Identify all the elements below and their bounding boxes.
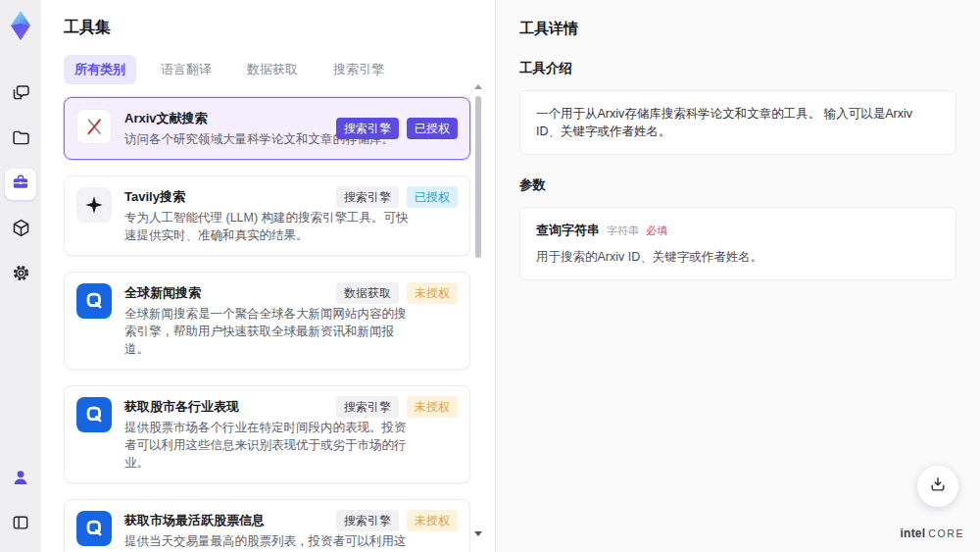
page-title: 工具集 xyxy=(64,18,495,38)
tool-list-pane: 工具集 所有类别 语言翻译 数据获取 搜索引擎 Arxiv文献搜索 访问各个研究… xyxy=(41,0,495,552)
sidebar-item-packages[interactable] xyxy=(5,214,36,245)
news-q-icon xyxy=(76,511,112,546)
intro-heading: 工具介绍 xyxy=(519,60,956,77)
core-wordmark: CORE xyxy=(928,527,964,539)
scroll-down-arrow-icon[interactable] xyxy=(474,531,482,536)
tool-card-most-active-stocks[interactable]: 获取市场最活跃股票信息 提供当天交易量最高的股票列表，投资者可以利用这些信息来识… xyxy=(64,499,470,552)
sidebar-item-collapse[interactable] xyxy=(5,509,36,540)
briefcase-icon xyxy=(11,173,30,196)
auth-status-badge: 未授权 xyxy=(407,396,458,418)
sidebar-item-settings[interactable] xyxy=(5,259,36,290)
news-q-icon xyxy=(76,283,112,319)
param-type: 字符串 xyxy=(607,224,639,238)
category-badge: 搜索引擎 xyxy=(336,186,399,208)
category-badge: 搜索引擎 xyxy=(336,396,399,418)
auth-status-badge: 已授权 xyxy=(407,118,458,139)
gear-icon xyxy=(11,263,31,287)
intel-wordmark: intel xyxy=(901,527,926,540)
news-q-icon xyxy=(76,397,112,432)
panel-toggle-icon xyxy=(11,513,30,536)
scroll-up-arrow-icon[interactable] xyxy=(474,84,482,89)
tool-description: 专为人工智能代理 (LLM) 构建的搜索引擎工具。可快速提供实时、准确和真实的结… xyxy=(124,209,415,244)
category-badge: 数据获取 xyxy=(336,282,399,304)
arxiv-logo-icon xyxy=(76,109,112,144)
download-icon xyxy=(928,475,948,498)
tool-card-arxiv[interactable]: Arxiv文献搜索 访问各个研究领域大量科学论文和文章的存储库。 搜索引擎 已授… xyxy=(64,97,470,160)
auth-status-badge: 未授权 xyxy=(407,282,458,304)
param-name: 查询字符串 xyxy=(536,222,600,239)
chat-icon xyxy=(11,82,31,107)
scrollbar-thumb[interactable] xyxy=(475,96,481,258)
params-heading: 参数 xyxy=(519,176,956,194)
tab-all-categories[interactable]: 所有类别 xyxy=(64,55,136,84)
parameter-box: 查询字符串 字符串 必填 用于搜索的Arxiv ID、关键字或作者姓名。 xyxy=(519,207,956,280)
tool-detail-pane: 工具详情 工具介绍 一个用于从Arxiv存储库搜索科学论文和文章的工具。 输入可… xyxy=(495,0,980,552)
auth-status-badge: 已授权 xyxy=(407,186,458,208)
download-button[interactable] xyxy=(917,466,958,507)
tab-search-engine[interactable]: 搜索引擎 xyxy=(322,55,395,84)
category-badge: 搜索引擎 xyxy=(336,118,399,139)
tavily-star-icon xyxy=(76,187,112,223)
list-scrollbar[interactable] xyxy=(474,84,482,536)
detail-title: 工具详情 xyxy=(519,20,956,38)
category-tabs: 所有类别 语言翻译 数据获取 搜索引擎 xyxy=(64,55,495,84)
sidebar-item-chat[interactable] xyxy=(5,78,36,110)
tool-card-sector-performance[interactable]: 获取股市各行业表现 提供股票市场各个行业在特定时间段内的表现。投资者可以利用这些… xyxy=(64,385,470,483)
category-badge: 搜索引擎 xyxy=(336,510,399,531)
tool-card-tavily[interactable]: Tavily搜索 专为人工智能代理 (LLM) 构建的搜索引擎工具。可快速提供实… xyxy=(64,176,470,256)
tool-description: 提供当天交易量最高的股票列表，投资者可以利用这些信息来识别流动性强的股票和潜在的… xyxy=(124,532,415,552)
cube-icon xyxy=(11,218,31,242)
folder-icon xyxy=(11,127,31,152)
tool-card-global-news[interactable]: 全球新闻搜索 全球新闻搜索是一个聚合全球各大新闻网站内容的搜索引擎，帮助用户快速… xyxy=(64,272,470,370)
tool-description: 全球新闻搜索是一个聚合全球各大新闻网站内容的搜索引擎，帮助用户快速获取全球最新资… xyxy=(124,305,415,358)
tool-card-list: Arxiv文献搜索 访问各个研究领域大量科学论文和文章的存储库。 搜索引擎 已授… xyxy=(64,97,470,552)
user-icon xyxy=(11,468,30,491)
app-logo-gem-icon xyxy=(8,10,33,45)
tool-description: 提供股票市场各个行业在特定时间段内的表现。投资者可以利用这些信息来识别表现优于或… xyxy=(124,419,415,472)
param-description: 用于搜索的Arxiv ID、关键字或作者姓名。 xyxy=(536,248,940,266)
auth-status-badge: 未授权 xyxy=(407,510,458,531)
intel-core-logo: intel CORE xyxy=(901,527,964,540)
sidebar-item-files[interactable] xyxy=(5,124,36,155)
tab-language-translation[interactable]: 语言翻译 xyxy=(150,55,222,84)
tool-intro-box: 一个用于从Arxiv存储库搜索科学论文和文章的工具。 输入可以是Arxiv ID… xyxy=(519,90,956,155)
icon-rail xyxy=(0,0,41,552)
app-window: 工具集 所有类别 语言翻译 数据获取 搜索引擎 Arxiv文献搜索 访问各个研究… xyxy=(0,0,980,552)
param-required-flag: 必填 xyxy=(646,224,667,238)
tab-data-fetch[interactable]: 数据获取 xyxy=(236,55,309,84)
sidebar-item-tools[interactable] xyxy=(5,169,36,200)
sidebar-item-account[interactable] xyxy=(5,464,36,495)
